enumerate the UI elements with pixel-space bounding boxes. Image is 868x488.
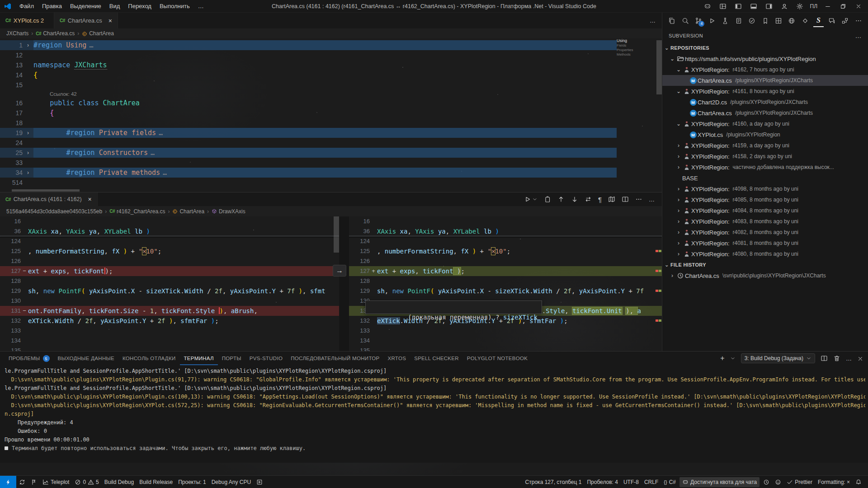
panel-tab[interactable]: ТЕРМИНАЛ — [180, 352, 218, 365]
close-panel-button[interactable] — [857, 355, 863, 362]
status-eol[interactable]: CRLF — [642, 476, 661, 488]
menu-item[interactable]: Вид — [105, 3, 124, 9]
diff-code-line[interactable]: 127−ext + exps, tickFont); — [0, 266, 339, 276]
tree-item[interactable]: ›XYPlotRegion:r4080, 8 months ago by uni — [662, 249, 868, 259]
layout-button[interactable] — [716, 0, 730, 12]
diff-code-line[interactable]: 125, numberFormatString, fX ) + "×10"; — [349, 246, 662, 256]
code-line[interactable]: 12 — [0, 50, 617, 60]
status-debug-flag[interactable] — [28, 476, 40, 488]
chevron-down-icon[interactable]: ⌄ — [675, 121, 682, 127]
panel-tab[interactable]: ПРОБЛЕМЫ5 — [5, 352, 54, 365]
chevron-right-icon[interactable]: › — [675, 197, 682, 203]
panel-left-button[interactable] — [731, 0, 745, 12]
status-problems[interactable]: 05 — [72, 476, 101, 488]
chevron-right-icon[interactable]: › — [675, 153, 682, 160]
chevron-right-icon[interactable]: › — [675, 142, 682, 149]
status-timer[interactable] — [760, 476, 772, 488]
status-notifications[interactable] — [853, 476, 864, 488]
panel-right-button[interactable] — [762, 0, 776, 12]
menu-item[interactable]: Правка — [38, 3, 66, 9]
breadcrumb-item[interactable]: 5156a46454d3c0dda8aee04503c155eb — [6, 208, 102, 215]
status-language-mode[interactable]: {}C# — [661, 476, 679, 488]
keyboard-layout-indicator[interactable]: ПЛ — [808, 3, 820, 9]
split-terminal-button[interactable] — [821, 355, 828, 362]
copilot-button[interactable] — [701, 0, 714, 12]
terminal-output[interactable]: le.ProgramFullTitle and SessionProfile.A… — [5, 367, 865, 463]
tree-item[interactable]: ›XYPlotRegion:r4081, 8 months ago by uni — [662, 238, 868, 249]
status-cursor-position[interactable]: Строка 127, столбец 1 — [523, 476, 585, 488]
fold-chevron-icon[interactable]: › — [23, 148, 33, 158]
window-close-button[interactable] — [852, 0, 865, 12]
swap-button[interactable] — [585, 196, 592, 203]
tree-item[interactable]: ›XYPlotRegion:r4082, 8 months ago by uni — [662, 227, 868, 238]
fold-chevron-icon[interactable]: › — [23, 40, 33, 50]
scrollbar-horizontal[interactable] — [12, 189, 80, 192]
menu-item[interactable]: … — [194, 3, 208, 9]
panel-tab[interactable]: ПОРТЫ — [218, 352, 245, 365]
status-teleplot[interactable]: Teleplot — [40, 476, 72, 488]
diff-code-line[interactable]: 128 — [0, 276, 339, 286]
code-line[interactable]: 13namespace JXCharts — [0, 60, 617, 70]
status-build-debug[interactable]: Build Debug — [102, 476, 137, 488]
status-projects[interactable]: Проекты: 1 — [175, 476, 209, 488]
codelens[interactable]: Ссылок: 42 — [0, 90, 617, 98]
section-file-history[interactable]: ⌄ FILE HISTORY — [662, 259, 868, 270]
more-actions-icon[interactable]: … — [649, 196, 655, 203]
status-indentation[interactable]: Пробелов: 4 — [584, 476, 621, 488]
code-line[interactable]: 24 — [0, 138, 617, 148]
tree-item[interactable]: ›XYPlotRegion:r4083, 8 months ago by uni — [662, 216, 868, 227]
chevron-right-icon[interactable]: › — [675, 164, 682, 170]
tree-item[interactable]: ⌄XYPlotRegion:r4161, 8 hours ago by uni — [662, 86, 868, 97]
code-editor[interactable]: 1›#region Using…1213namespace JXCharts14… — [0, 38, 662, 192]
code-line[interactable]: 18 — [0, 118, 617, 128]
status-run-box[interactable] — [254, 476, 265, 488]
diff-editor-tab[interactable]: C#ChartArea.cs (4161 : 4162)× — [0, 192, 98, 206]
arrowup-button[interactable] — [557, 196, 565, 203]
panel-tab[interactable]: PVS-STUDIO — [245, 352, 287, 365]
new-terminal-button[interactable]: + — [720, 354, 724, 362]
diff-code-line[interactable]: 124 — [349, 236, 662, 246]
more-button[interactable] — [635, 196, 642, 203]
code-line[interactable]: 16public class ChartArea — [0, 98, 617, 108]
status-feedback[interactable] — [772, 476, 784, 488]
breadcrumb-item[interactable]: C#ChartArea.cs — [36, 30, 75, 37]
diff-code-line[interactable]: 36XAxis xa, YAxis ya, XYLabel lb ) — [0, 226, 339, 236]
tree-item[interactable]: MChart2D.cs/plugins/XYPlotRegion/JXChart… — [662, 97, 868, 108]
split-button[interactable] — [622, 196, 629, 203]
tree-item[interactable]: MXYPlot.cs/plugins/XYPlotRegion — [662, 129, 868, 140]
diff-code-line[interactable]: 129sh, new PointF( yAxisPoint.X - sizeXT… — [349, 286, 662, 296]
tree-item[interactable]: MChartArea.cs/plugins/XYPlotRegion/JXCha… — [662, 75, 868, 86]
arrowdown-button[interactable] — [571, 196, 578, 203]
chevron-right-icon[interactable]: › — [675, 251, 682, 257]
activity-scm-icon[interactable]: 4 — [693, 14, 703, 27]
editor-more-actions-icon[interactable]: … — [650, 17, 656, 24]
minimap[interactable]: UsingFieldsPropertiesMethods — [617, 38, 656, 106]
chevron-down-icon[interactable]: ⌄ — [675, 88, 682, 94]
diff-code-line[interactable]: 127+ext + exps, tickFont ); — [349, 266, 662, 276]
tree-item[interactable]: ›XYPlotRegion:r4085, 8 months ago by uni — [662, 194, 868, 205]
breadcrumb-item[interactable]: JXCharts — [6, 30, 28, 37]
status-sync-button[interactable] — [16, 476, 28, 488]
activity-bookmark-icon[interactable] — [760, 14, 770, 27]
breadcrumb-item[interactable]: ChartArea — [172, 208, 204, 215]
diff-scrollbar-vertical[interactable] — [334, 216, 339, 253]
diff-code-line[interactable]: 16 — [349, 216, 662, 226]
activity-beaker-icon[interactable] — [720, 14, 730, 27]
close-tab-icon[interactable]: × — [88, 196, 92, 203]
gear-button[interactable] — [793, 0, 807, 12]
code-line[interactable]: 33 — [0, 158, 617, 168]
tree-item[interactable]: ⌄https://smath.info/svn/public/plugins/X… — [662, 53, 868, 64]
diff-code-line[interactable]: 16 — [0, 216, 339, 226]
activity-svn-icon[interactable]: S — [813, 14, 823, 27]
section-repositories[interactable]: ⌄ REPOSITORIES — [662, 42, 868, 53]
diff-code-line[interactable]: 126 — [0, 256, 339, 266]
code-line[interactable]: 15 — [0, 80, 617, 90]
diff-revert-arrow-button[interactable]: → — [333, 265, 346, 277]
window-minimize-button[interactable] — [821, 0, 835, 12]
account-button[interactable] — [778, 0, 791, 12]
tree-item[interactable]: ›XYPlotRegion:r4098, 8 months ago by uni — [662, 183, 868, 194]
diff-original-pane[interactable]: 1636XAxis xa, YAxis ya, XYLabel lb )1241… — [0, 216, 339, 364]
status-formatting[interactable]: Formatting: × — [815, 476, 853, 488]
code-line[interactable]: 14{ — [0, 70, 617, 80]
menu-item[interactable]: Выполнить — [156, 3, 194, 9]
